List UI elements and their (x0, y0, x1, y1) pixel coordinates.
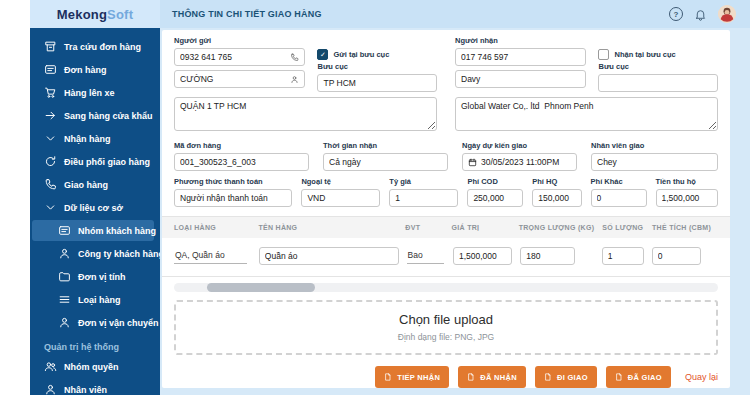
payment-method-label: Phương thức thanh toán (174, 177, 292, 186)
sidebar-item-label: Nhận hàng (64, 134, 111, 144)
column-header: SỐ LƯỢNG (602, 224, 644, 231)
currency-input[interactable] (307, 193, 374, 203)
receiver-post-office-label: Bưu cục (598, 62, 718, 71)
goods-weight-input[interactable] (520, 247, 574, 265)
upload-title: Chọn file upload (176, 312, 716, 327)
delivery-staff-label: Nhân viên giao (591, 141, 718, 150)
scrollbar-thumb[interactable] (207, 283, 315, 292)
goods-name-input[interactable] (259, 247, 399, 265)
tiep-nhan-button[interactable]: TIẾP NHẬN (375, 366, 449, 388)
sidebar-item-hang-len-xe[interactable]: Hàng lên xe (32, 82, 154, 103)
chevron-down-icon (44, 132, 57, 145)
other-fee-label: Phí Khác (591, 177, 647, 186)
delivery-staff-input[interactable] (597, 157, 712, 167)
goods-volume-input[interactable] (652, 247, 701, 265)
goods-type-lookup[interactable]: QA, Quần áo (174, 248, 247, 264)
goods-value-input[interactable] (453, 247, 512, 265)
receive-time-input[interactable] (329, 157, 442, 167)
avatar[interactable] (718, 5, 736, 23)
cod-fee-label: Phí COD (467, 177, 523, 186)
receiver-post-office-field (598, 74, 718, 92)
file-upload-dropzone[interactable]: Chọn file upload Định dạng file: PNG, JP… (174, 300, 718, 355)
sender-post-office-input[interactable] (323, 78, 431, 88)
goods-table-header: LOẠI HÀNG TÊN HÀNG ĐVT GIÁ TRỊ TRỌNG LƯỢ… (162, 217, 730, 238)
horizontal-scrollbar[interactable] (174, 283, 718, 292)
payment-method-field (174, 189, 292, 207)
di-giao-button[interactable]: ĐI GIAO (535, 366, 597, 388)
sidebar-item-loai-hang[interactable]: Loại hàng (32, 289, 154, 310)
receiver-phone-input[interactable] (461, 52, 580, 62)
receiver-name-input[interactable] (461, 74, 580, 84)
person-icon (58, 247, 71, 260)
sidebar-item-nhom-khach-hang[interactable]: Nhóm khách hàng (32, 220, 154, 241)
goods-unit-lookup[interactable]: Bao (407, 248, 444, 264)
arrow-right-icon (44, 109, 57, 122)
sidebar-item-nhan-hang[interactable]: Nhận hàng (32, 128, 154, 149)
exchange-rate-field (389, 189, 458, 207)
help-icon[interactable]: ? (669, 7, 683, 21)
sender-post-office-label: Bưu cục (317, 62, 437, 71)
da-giao-button[interactable]: ĐÃ GIAO (606, 366, 671, 388)
da-nhan-button[interactable]: ĐÃ NHẬN (458, 366, 526, 388)
sender-phone-input[interactable] (180, 52, 290, 62)
bell-icon[interactable] (694, 8, 707, 21)
cod-fee-input[interactable] (473, 193, 517, 203)
collect-amount-field (656, 189, 718, 207)
receiver-phone-field (455, 48, 586, 66)
receiver-post-office-input[interactable] (604, 78, 712, 88)
folder-icon (58, 270, 71, 283)
receive-time-field (323, 153, 448, 171)
card-icon (44, 63, 57, 76)
customs-fee-input[interactable] (538, 193, 575, 203)
sidebar-item-label: Nhóm khách hàng (78, 226, 156, 236)
receive-time-label: Thời gian nhận (323, 141, 448, 150)
sidebar-item-dieu-phoi-giao-hang[interactable]: Điều phối giao hàng (32, 151, 154, 172)
receiver-at-post-checkbox[interactable] (598, 49, 609, 60)
column-header: GIÁ TRỊ (452, 224, 511, 231)
column-header: ĐVT (405, 224, 443, 231)
payment-method-input[interactable] (180, 193, 286, 203)
sidebar-item-giao-hang[interactable]: Giao hàng (32, 174, 154, 195)
sidebar-item-sang-hang-cua-khau[interactable]: Sang hàng cửa khẩu (32, 105, 154, 126)
table-row: QA, Quần áo Bao (162, 238, 730, 277)
sidebar-item-tra-cuu-don-hang[interactable]: Tra cứu đơn hàng (32, 36, 154, 57)
sidebar-item-don-hang[interactable]: Đơn hàng (32, 59, 154, 80)
sidebar-item-don-vi-van-chuyen[interactable]: Đơn vị vận chuyển (32, 312, 154, 333)
sidebar: MekongSoft Tra cứu đơn hàng Đơn hàng Hàn… (30, 0, 160, 395)
sender-at-post-checkbox[interactable] (317, 49, 328, 60)
sidebar-item-du-lieu-co-so[interactable]: Dữ liệu cơ sở (32, 197, 154, 218)
person-icon (290, 75, 299, 84)
exchange-rate-input[interactable] (395, 193, 452, 203)
cod-fee-field (467, 189, 523, 207)
receiver-address-textarea[interactable]: Global Water Co,. ltd Phnom Penh (455, 97, 718, 131)
button-label: ĐI GIAO (557, 373, 588, 382)
calendar-icon (468, 158, 477, 167)
page-title: THÔNG TIN CHI TIẾT GIAO HÀNG (172, 9, 322, 19)
other-fee-input[interactable] (597, 193, 641, 203)
app-logo: MekongSoft (57, 7, 133, 22)
sender-at-post-label: Gửi tại bưu cục (333, 50, 389, 59)
document-icon (544, 373, 552, 381)
button-label: TIẾP NHẬN (397, 373, 440, 382)
back-link[interactable]: Quay lại (685, 372, 718, 382)
menu-icon (58, 293, 71, 306)
card-icon (58, 224, 71, 237)
goods-quantity-input[interactable] (602, 247, 644, 265)
sender-phone-field (174, 48, 305, 66)
collect-amount-input[interactable] (662, 193, 712, 203)
sender-name-input[interactable] (180, 74, 290, 84)
sidebar-item-nhom-quyen[interactable]: Nhóm quyền (32, 356, 154, 377)
sidebar-item-don-vi-tinh[interactable]: Đơn vị tính (32, 266, 154, 287)
header: THÔNG TIN CHI TIẾT GIAO HÀNG ? (160, 0, 750, 28)
sidebar-nav: Tra cứu đơn hàng Đơn hàng Hàng lên xe Sa… (30, 28, 160, 395)
phone-icon (290, 53, 299, 62)
sender-address-textarea[interactable]: QUẬN 1 TP HCM (174, 97, 437, 131)
sidebar-item-nhan-vien[interactable]: Nhân viên (32, 379, 154, 400)
currency-label: Ngoại tệ (301, 177, 380, 186)
column-header: THỂ TÍCH (CBM) (652, 224, 718, 231)
delivery-date-input[interactable] (481, 157, 571, 167)
sidebar-item-cong-ty-khach-hang[interactable]: Công ty khách hàng (32, 243, 154, 264)
order-code-input[interactable] (180, 157, 303, 167)
receiver-section: Người nhận (455, 36, 718, 135)
sender-post-office-field (317, 74, 437, 92)
